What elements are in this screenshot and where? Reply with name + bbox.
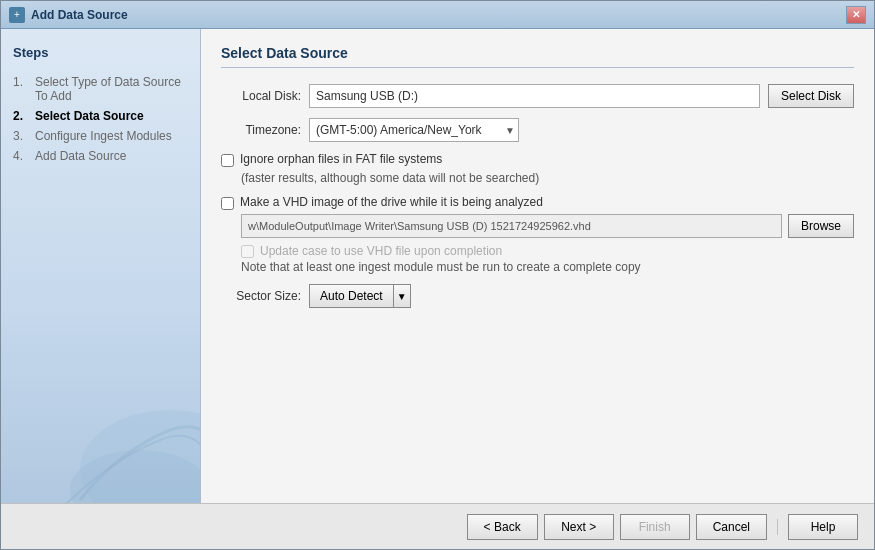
step-label-3: Configure Ingest Modules [35, 129, 172, 143]
step-number-3: 3. [13, 129, 31, 143]
timezone-row: Timezone: (GMT-5:00) America/New_York (G… [221, 118, 854, 142]
main-content: Select Data Source Local Disk: Select Di… [201, 29, 874, 503]
step-number-2: 2. [13, 109, 31, 123]
vhd-path-input[interactable] [241, 214, 782, 238]
local-disk-row: Local Disk: Select Disk [221, 84, 854, 108]
vhd-image-label[interactable]: Make a VHD image of the drive while it i… [240, 195, 543, 209]
cancel-button[interactable]: Cancel [696, 514, 767, 540]
title-bar-left: + Add Data Source [9, 7, 128, 23]
local-disk-input[interactable] [309, 84, 760, 108]
step-number-4: 4. [13, 149, 31, 163]
step-label-4: Add Data Source [35, 149, 126, 163]
sidebar: Steps 1. Select Type of Data Source To A… [1, 29, 201, 503]
step-item-1: 1. Select Type of Data Source To Add [13, 72, 188, 106]
update-case-checkbox[interactable] [241, 245, 254, 258]
update-case-label: Update case to use VHD file upon complet… [260, 244, 502, 258]
step-number-1: 1. [13, 75, 31, 103]
sector-size-label: Sector Size: [221, 289, 301, 303]
step-item-2: 2. Select Data Source [13, 106, 188, 126]
title-bar: + Add Data Source ✕ [1, 1, 874, 29]
timezone-select-wrapper: (GMT-5:00) America/New_York (GMT-8:00) A… [309, 118, 519, 142]
sidebar-title: Steps [13, 45, 188, 60]
auto-detect-dropdown-arrow[interactable]: ▼ [393, 284, 411, 308]
vhd-path-row: Browse [241, 214, 854, 238]
window-title: Add Data Source [31, 8, 128, 22]
select-disk-button[interactable]: Select Disk [768, 84, 854, 108]
footer-separator [777, 519, 778, 535]
note-text: Note that at least one ingest module mus… [241, 260, 854, 274]
vhd-image-checkbox[interactable] [221, 197, 234, 210]
step-label-2: Select Data Source [35, 109, 144, 123]
close-button[interactable]: ✕ [846, 6, 866, 24]
auto-detect-button[interactable]: Auto Detect [309, 284, 393, 308]
local-disk-label: Local Disk: [221, 89, 301, 103]
timezone-select[interactable]: (GMT-5:00) America/New_York (GMT-8:00) A… [309, 118, 519, 142]
window-icon: + [9, 7, 25, 23]
update-case-row: Update case to use VHD file upon complet… [241, 244, 854, 258]
back-button[interactable]: < Back [467, 514, 538, 540]
next-button[interactable]: Next > [544, 514, 614, 540]
step-item-4: 4. Add Data Source [13, 146, 188, 166]
ignore-orphan-sub: (faster results, although some data will… [241, 171, 854, 185]
sector-size-row: Sector Size: Auto Detect ▼ [221, 284, 854, 308]
spacer [221, 308, 854, 487]
timezone-label: Timezone: [221, 123, 301, 137]
ignore-orphan-checkbox[interactable] [221, 154, 234, 167]
step-item-3: 3. Configure Ingest Modules [13, 126, 188, 146]
browse-button[interactable]: Browse [788, 214, 854, 238]
title-controls: ✕ [846, 6, 866, 24]
step-label-1: Select Type of Data Source To Add [35, 75, 188, 103]
vhd-image-row: Make a VHD image of the drive while it i… [221, 195, 854, 210]
section-title: Select Data Source [221, 45, 854, 68]
step-list: 1. Select Type of Data Source To Add 2. … [13, 72, 188, 166]
auto-detect-split-button: Auto Detect ▼ [309, 284, 411, 308]
add-data-source-window: + Add Data Source ✕ Steps 1. Select Type… [0, 0, 875, 550]
ignore-orphan-label[interactable]: Ignore orphan files in FAT file systems [240, 152, 442, 166]
help-button[interactable]: Help [788, 514, 858, 540]
footer: < Back Next > Finish Cancel Help [1, 503, 874, 549]
sidebar-watermark [40, 330, 201, 503]
finish-button[interactable]: Finish [620, 514, 690, 540]
ignore-orphan-row: Ignore orphan files in FAT file systems [221, 152, 854, 167]
content-area: Steps 1. Select Type of Data Source To A… [1, 29, 874, 503]
